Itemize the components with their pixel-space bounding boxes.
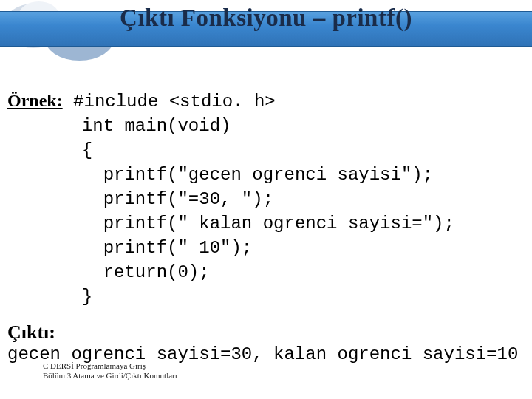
code-line: int main(void) [82,116,231,136]
code-line: printf(" kalan ogrenci sayisi="); [82,214,454,233]
code-line: return(0); [82,262,210,282]
output-label: Çıktı: [7,321,55,344]
code-line: #include <stdio. h> [73,92,276,112]
footer-line-2: Bölüm 3 Atama ve Girdi/Çıktı Komutları [43,371,177,381]
example-label: Örnek: [7,91,63,110]
code-line: printf("=30, "); [82,189,273,209]
code-line: printf(" 10"); [82,238,252,258]
footer: C DERSİ Programlamaya Giriş Bölüm 3 Atam… [43,361,177,381]
slide-title: Çıktı Fonksiyonu – printf() [0,4,532,32]
slide-page: Çıktı Fonksiyonu – printf() Örnek: #incl… [0,0,532,399]
code-line: printf("gecen ogrenci sayisi"); [82,165,433,185]
code-line: } [82,287,92,307]
footer-line-1: C DERSİ Programlamaya Giriş [43,361,177,371]
code-line: { [82,140,92,160]
example-block: Örnek: #include <stdio. h> int main(void… [7,89,525,309]
